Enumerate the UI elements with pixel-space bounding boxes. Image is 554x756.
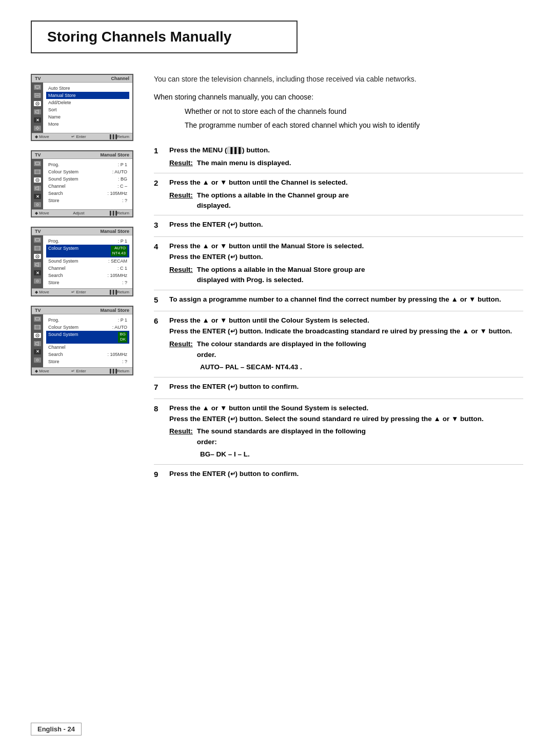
tv-screen-1: TV Channel [31,74,133,141]
tv-footer-return-2: ▐▐▐Return [108,211,129,215]
step-content-3: Press the ENTER (↵) button. [169,220,523,232]
step-content-4: Press the ▲ or ▼ button until the Manual… [169,241,523,285]
tv-footer-move-2: ◆ Move [35,211,49,215]
tv-row-colour-2: Colour System: AUTO [46,168,129,175]
tv-content-1: Auto Store Manual Store Add/Delete Sort … [43,83,132,133]
step-number-1: 1 [154,145,169,169]
when-storing: When storing channels manually, you can … [154,93,523,101]
svg-rect-19 [35,246,40,250]
tv-footer-enter-4: ↵ Enter [71,369,86,373]
tv-footer-move-3: ◆ Move [35,290,49,294]
step-5: 5 To assign a programme number to a chan… [154,290,523,312]
page-title: Storing Channels Manually [47,29,281,45]
step-1: 1 Press the MENU (▐▐▐) button. Result: T… [154,141,523,173]
step-main-1: Press the MENU (▐▐▐) button. [169,145,523,156]
tv-row-channel-4: Channel [46,344,129,351]
tv-label-2: TV [35,152,41,157]
svg-point-27 [37,335,38,336]
step-main-6: Press the ▲ or ▼ button until the Colour… [169,315,523,337]
tv-label-4: TV [35,308,41,313]
tv-content-3: Prog.: P 1 Colour System AUTONT4.43 Soun… [43,235,132,288]
sound-standard-list: BG– DK – I – L. [200,449,523,460]
tv-item-add-delete: Add/Delete [46,99,129,106]
tv-row-store-2: Store: ? [46,197,129,204]
step-8: 8 Press the ▲ or ▼ button until the Soun… [154,399,523,465]
step-number-7: 7 [154,382,169,394]
svg-rect-13 [35,170,40,174]
tv-footer-enter-3: ↵ Enter [71,290,86,294]
tv-icon-3-picture [34,246,41,251]
tv-icon-antenna [34,85,41,90]
tv-row-store-3: Store: ? [46,279,129,286]
result-label-2: Result: [169,190,193,211]
tv-content-2: Prog.: P 1 Colour System: AUTO Sound Sys… [43,159,132,209]
result-line-2: Result: The options a ailable in the Cha… [169,190,523,211]
step-number-9: 9 [154,469,169,482]
svg-point-23 [36,280,38,282]
tv-icon-3-antenna [34,237,41,243]
svg-marker-16 [35,186,38,190]
right-column: You can store the television channels, i… [154,74,523,486]
tv-icon-2-channel [34,177,41,183]
tv-footer-4: ◆ Move ↵ Enter ▐▐▐Return [32,367,132,374]
tv-icon-4-x: ✕ [34,349,41,354]
step-content-2: Press the ▲ or ▼ button until the Channe… [169,177,523,211]
tv-row-prog-3: Prog.: P 1 [46,237,129,245]
tv-row-channel-3: Channel: C 1 [46,265,129,272]
tv-footer-3: ◆ Move ↵ Enter ▐▐▐Return [32,288,132,295]
svg-point-17 [36,204,38,206]
tv-screen-2: TV Manual Store [31,150,133,217]
step-number-3: 3 [154,220,169,232]
result-label-1: Result: [169,158,193,169]
tv-row-prog-2: Prog.: P 1 [46,161,129,168]
result-label-6: Result: [169,339,193,360]
step-content-6: Press the ▲ or ▼ button until the Colour… [169,315,523,372]
tv-row-prog-4: Prog.: P 1 [46,316,129,324]
tv-icon-4-sound [34,341,41,346]
svg-rect-18 [35,238,39,241]
tv-item-manual-store: Manual Store [46,92,129,99]
colour-standard-list: AUTO– PAL – SECAM- NT4.43 . [200,362,523,373]
result-text-2: The options a ailable in the Channel gro… [197,190,349,211]
tv-footer-adjust-2: Adjust [73,211,84,215]
svg-point-5 [37,103,38,104]
tv-footer-move-1: ◆ Move [35,134,49,139]
step-3: 3 Press the ENTER (↵) button. [154,215,523,237]
tv-label-3: TV [35,229,41,234]
tv-icon-4-picture [34,325,41,330]
tv-screen-3: TV Manual Store [31,227,133,296]
tv-footer-return-4: ▐▐▐Return [108,369,129,373]
page: Storing Channels Manually TV Channel [0,0,554,756]
step-2: 2 Press the ▲ or ▼ button until the Chan… [154,173,523,215]
step-number-5: 5 [154,294,169,307]
tv-icon-2-setup [34,202,41,207]
tv-icon-4-setup [34,357,41,363]
tv-screen-4: TV Manual Store [31,306,133,375]
result-text-4: The options a ailable in the Manual Stor… [197,265,365,286]
tv-content-4: Prog.: P 1 Colour System: AUTO Sound Sys… [43,314,132,367]
tv-icon-2-sound [34,186,41,191]
result-line-6: Result: The colour standards are display… [169,339,523,360]
tv-menu-title-4: Manual Store [100,308,129,313]
tv-menu-title-1: Channel [111,76,129,81]
steps-section: 1 Press the MENU (▐▐▐) button. Result: T… [154,141,523,486]
tv-row-colour-4: Colour System: AUTO [46,324,129,331]
svg-point-21 [37,256,38,257]
step-main-7: Press the ENTER (↵) button to confirm. [169,382,523,392]
tv-row-sound-2: Sound System: BG [46,175,129,183]
tv-sidebar-3: ✕ [32,235,43,288]
step-main-8: Press the ▲ or ▼ button until the Sound … [169,403,523,425]
tv-menu-title-3: Manual Store [100,229,129,234]
tv-icon-2-picture [34,169,41,174]
svg-point-7 [36,127,38,129]
tv-item-sort: Sort [46,106,129,113]
page-title-box: Storing Channels Manually [31,21,298,53]
svg-marker-22 [35,263,38,267]
tv-row-store-4: Store: ? [46,358,129,365]
tv-footer-1: ◆ Move ↵ Enter ▐▐▐Return [32,133,132,140]
svg-rect-24 [35,317,39,320]
svg-marker-28 [35,342,38,346]
tv-item-auto-store: Auto Store [46,85,129,92]
tv-footer-return-1: ▐▐▐Return [108,134,129,139]
tv-sidebar-4: ✕ [32,314,43,367]
